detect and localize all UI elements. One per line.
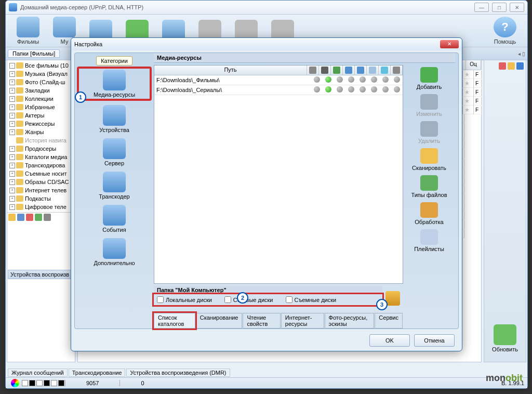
tree-item[interactable]: +Каталоги медиа xyxy=(8,153,74,161)
dialog-close-button[interactable]: ✕ xyxy=(440,40,459,48)
tab-log[interactable]: Журнал сообщений xyxy=(8,369,68,377)
disk-checks: Локальные диски Сетевые диски Съемные ди… xyxy=(154,294,382,305)
tree-item[interactable]: +Продюсеры xyxy=(8,145,74,153)
check-network[interactable]: Сетевые диски xyxy=(224,296,273,303)
dialog-title: Настройка xyxy=(74,41,102,47)
tree-item[interactable]: +Музыка (Визуал xyxy=(8,70,74,78)
star-icon[interactable] xyxy=(508,62,515,70)
tab-service[interactable]: Сервис xyxy=(375,313,403,329)
action-Сканировать[interactable]: Сканировать xyxy=(405,148,453,171)
dialog-titlebar[interactable]: Настройка ✕ xyxy=(71,38,462,50)
action-Изменить: Изменить xyxy=(405,94,453,117)
close-button[interactable]: ✕ xyxy=(510,3,524,12)
category-5[interactable]: Дополнительно xyxy=(78,238,151,266)
unpin-icon[interactable]: ▯ xyxy=(522,51,525,57)
tab-scan[interactable]: Сканирование xyxy=(196,313,243,329)
path-row[interactable]: F:\Downloads\_Сериалы\ xyxy=(154,85,403,95)
app-icon xyxy=(9,3,17,11)
disc-icon xyxy=(309,67,316,74)
categories-tab[interactable]: Категории xyxy=(96,56,132,65)
tree-item[interactable]: +Жанры xyxy=(8,128,74,136)
tree-item[interactable]: +Цифровое теле xyxy=(8,203,74,211)
my-computer-title: Папка "Мой Компьютер" xyxy=(154,286,382,294)
tree-item[interactable]: +Коллекции xyxy=(8,95,74,103)
tab-dmr[interactable]: Устройства воспроизведения (DMR) xyxy=(126,369,230,377)
category-4[interactable]: События xyxy=(78,205,151,233)
category-3[interactable]: Транскодер xyxy=(78,172,151,200)
tree-item[interactable]: +Режиссеры xyxy=(8,120,74,128)
tab-props[interactable]: Чтение свойств xyxy=(243,313,280,329)
marker-1: 1 xyxy=(75,91,86,103)
action-Типы файлов[interactable]: Типы файлов xyxy=(405,175,453,198)
marker-3: 3 xyxy=(376,299,388,310)
paths-grid[interactable]: Путь F:\Downloads\_Фильмы\F:\Downloads\_… xyxy=(154,65,403,284)
ok-button[interactable]: OK xyxy=(369,334,410,347)
cube-icon xyxy=(381,67,388,74)
settings-dialog: Настройка ✕ Категории Медиа-ресурсы1Устр… xyxy=(71,37,462,351)
devices-bar[interactable]: Устройства воспроизв xyxy=(8,270,79,279)
tree-item[interactable]: +Закладки xyxy=(8,86,74,95)
tree-item[interactable]: +Транскодирова xyxy=(8,161,74,169)
stop-icon[interactable] xyxy=(499,62,506,70)
tree-item[interactable]: +Избранные xyxy=(8,103,74,111)
tab-internet[interactable]: Интернет-ресурсы xyxy=(281,313,324,329)
bottom-tabs-row: Список каталогов Сканирование Чтение сво… xyxy=(154,313,403,329)
tree-item[interactable]: +Актеры xyxy=(8,111,74,120)
tab-catalogs[interactable]: Список каталогов xyxy=(154,313,195,329)
toolbar-films[interactable]: Фильмы xyxy=(10,17,46,45)
minimize-button[interactable]: — xyxy=(474,3,489,12)
marker-2: 2 xyxy=(237,292,248,304)
bottom-tabs: Журнал сообщений Транскодирование Устрой… xyxy=(8,369,230,377)
color-wheel-icon[interactable] xyxy=(11,379,19,387)
film-icon xyxy=(321,67,328,74)
cancel-button[interactable]: Отмена xyxy=(414,334,455,347)
folder-tree[interactable]: -Все фильмы (10+Музыка (Визуал+Фото (Сла… xyxy=(7,60,75,362)
status-zero: 0 xyxy=(119,380,165,386)
tree-item[interactable]: +Фото (Слайд-ш xyxy=(8,78,74,86)
play-icon[interactable] xyxy=(35,214,42,221)
tab-transcode[interactable]: Транскодирование xyxy=(69,369,126,377)
status-count: 9057 xyxy=(65,380,119,386)
action-Обработка[interactable]: Обработка xyxy=(405,202,453,225)
titlebar[interactable]: Домашний медиа-сервер (UPnP, DLNA, HTTP)… xyxy=(6,1,527,15)
cloud-icon xyxy=(369,67,376,74)
maximize-button[interactable]: □ xyxy=(492,3,507,12)
tree-item[interactable]: +Интернет телев xyxy=(8,186,74,194)
watermark: monobit xyxy=(486,373,523,384)
stop-icon[interactable] xyxy=(26,214,33,221)
action-Плейлисты[interactable]: Плейлисты xyxy=(405,229,453,252)
save-icon[interactable] xyxy=(516,62,524,70)
tab-photo[interactable]: Фото-ресурсы, эскизы xyxy=(325,313,375,329)
doc-icon xyxy=(357,67,364,74)
pin-icon[interactable]: ◂ xyxy=(518,51,521,57)
users-icon[interactable] xyxy=(385,291,400,306)
tree-item[interactable]: +Образы CD/SAC xyxy=(8,178,74,186)
tree-toolbar[interactable] xyxy=(7,212,75,224)
action-buttons: ДобавитьИзменитьУдалитьСканироватьТипы ф… xyxy=(403,63,455,329)
category-column: Категории Медиа-ресурсы1УстройстваСервер… xyxy=(75,53,154,329)
check-local[interactable]: Локальные диски xyxy=(157,296,212,303)
tree-item[interactable]: +Съемные носит xyxy=(8,169,74,178)
folder-icon[interactable] xyxy=(8,214,16,221)
category-1[interactable]: Устройства xyxy=(78,105,151,133)
action-Добавить[interactable]: Добавить xyxy=(405,67,453,90)
path-column-header[interactable]: Путь xyxy=(154,65,307,75)
tool-icon xyxy=(393,67,400,74)
right-panel: Обновить xyxy=(484,60,526,362)
category-0[interactable]: Медиа-ресурсы1 xyxy=(78,68,151,100)
refresh-button[interactable]: Обновить xyxy=(484,321,526,356)
action-Удалить: Удалить xyxy=(405,121,453,144)
folder-tab-films[interactable]: Папки [Фильмы] xyxy=(8,49,60,58)
tree-item[interactable]: -Все фильмы (10 xyxy=(8,61,74,70)
tree-item[interactable]: +Подкасты xyxy=(8,194,74,203)
tree-item[interactable]: История навига xyxy=(8,136,74,145)
status-bar: 9057 0 B. 1.99.1 xyxy=(6,377,527,388)
refresh-icon xyxy=(17,214,24,221)
media-resources-title: Медиа-ресурсы xyxy=(154,53,455,63)
check-removable[interactable]: Съемные диски xyxy=(286,296,337,303)
category-2[interactable]: Сервер xyxy=(78,138,151,166)
toolbar-help[interactable]: ?Помощь xyxy=(487,17,523,45)
filter-icon[interactable] xyxy=(44,214,51,221)
image-icon xyxy=(333,67,340,74)
path-row[interactable]: F:\Downloads\_Фильмы\ xyxy=(154,75,403,85)
